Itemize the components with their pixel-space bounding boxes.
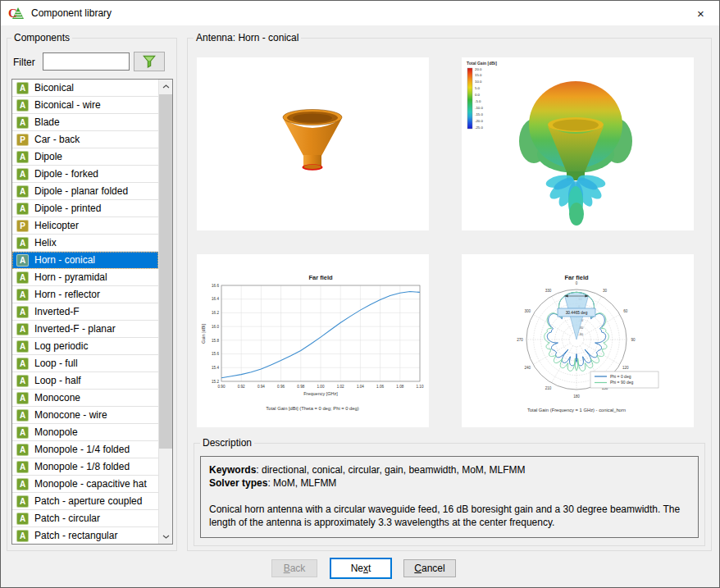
list-item-label: Log periodic — [34, 340, 88, 352]
antenna-type-icon: A — [16, 461, 29, 473]
antenna-type-icon: A — [16, 116, 29, 129]
list-item-label: Patch - aperture coupled — [34, 495, 142, 507]
list-item-label: Monopole - 1/8 folded — [34, 461, 130, 472]
list-item[interactable]: AMonocone - wire — [12, 407, 158, 424]
list-item[interactable]: AMonocone — [12, 390, 158, 407]
svg-text:-5.0: -5.0 — [475, 99, 481, 103]
list-item-label: Car - back — [34, 134, 80, 145]
antenna-type-icon: A — [16, 203, 29, 215]
svg-text:90: 90 — [631, 338, 636, 342]
list-item[interactable]: ABiconical - wire — [12, 97, 158, 114]
svg-text:16.6: 16.6 — [212, 284, 219, 288]
list-item[interactable]: AMonopole - capacitive hat — [12, 476, 158, 493]
preview-polar-pattern-chart: Far field Total Gain (Frequency = 1 GHz)… — [462, 254, 694, 427]
antenna-type-icon: A — [16, 271, 29, 284]
svg-text:Phi = 0 deg: Phi = 0 deg — [610, 374, 631, 379]
antenna-type-icon: A — [16, 185, 29, 198]
list-item[interactable]: AHorn - reflector — [12, 286, 158, 303]
line-chart-xlabel: Frequency [GHz] — [303, 391, 338, 396]
scroll-down-button[interactable] — [159, 530, 173, 544]
list-item[interactable]: APatch - aperture coupled — [12, 493, 158, 510]
list-item[interactable]: PCar - back — [12, 131, 158, 148]
list-item-label: Dipole - forked — [34, 168, 98, 180]
svg-text:30.4465 deg: 30.4465 deg — [566, 311, 588, 315]
antenna-type-icon: A — [16, 478, 29, 490]
antenna-type-icon: A — [16, 289, 29, 301]
list-item[interactable]: APatch - rectangular — [12, 527, 158, 545]
list-item[interactable]: AMonopole — [12, 424, 158, 441]
svg-text:1.00: 1.00 — [317, 385, 325, 389]
preview-gain-frequency-chart: Far field Frequency [GHz] Gain [dBi] Tot… — [197, 254, 429, 427]
svg-text:30: 30 — [603, 289, 608, 293]
list-item[interactable]: AHorn - pyramidal — [12, 269, 158, 286]
list-item[interactable]: ABiconical — [12, 80, 158, 97]
list-item[interactable]: ADipole - planar folded — [12, 183, 158, 200]
list-scrollbar[interactable] — [158, 80, 172, 544]
components-group-label: Components — [11, 32, 72, 43]
svg-text:16.2: 16.2 — [212, 311, 219, 315]
svg-text:1.04: 1.04 — [357, 385, 364, 389]
next-button[interactable]: Next — [330, 558, 392, 579]
list-item[interactable]: AHelix — [12, 235, 158, 252]
list-item-label: Biconical - wire — [34, 99, 101, 111]
list-item[interactable]: AInverted-F — [12, 303, 158, 321]
svg-text:15.2: 15.2 — [212, 380, 219, 384]
cancel-button[interactable]: Cancel — [403, 559, 456, 577]
close-button[interactable]: × — [682, 1, 719, 25]
line-chart-caption: Total Gain [dBi] (Theta = 0 deg; Phi = 0… — [266, 406, 358, 411]
description-solver-line: Solver types: MoM, MLFMM — [209, 476, 690, 490]
filter-button[interactable] — [134, 52, 165, 71]
svg-text:-15.0: -15.0 — [475, 112, 483, 116]
antenna-type-icon: A — [16, 495, 29, 508]
list-item[interactable]: ALoop - half — [12, 372, 158, 390]
filter-input[interactable] — [43, 52, 130, 71]
list-item-label: Inverted-F - planar — [34, 323, 116, 335]
list-item[interactable]: AMonopole - 1/8 folded — [12, 458, 158, 476]
list-item[interactable]: ALoop - full — [12, 355, 158, 372]
svg-text:0: 0 — [576, 281, 578, 285]
list-item[interactable]: AInverted-F - planar — [12, 321, 158, 338]
list-item[interactable]: ADipole — [12, 148, 158, 166]
list-item[interactable]: ADipole - printed — [12, 200, 158, 217]
svg-text:1.10: 1.10 — [417, 385, 424, 389]
polar-chart-title: Far field — [564, 274, 589, 281]
antenna-type-icon: A — [16, 444, 29, 456]
svg-text:1.08: 1.08 — [396, 385, 403, 389]
list-item-label: Helix — [34, 237, 57, 248]
list-item-label: Dipole - printed — [34, 203, 101, 214]
scrollbar-thumb[interactable] — [159, 94, 173, 449]
list-item[interactable]: ALog periodic — [12, 338, 158, 355]
svg-text:180: 180 — [573, 394, 580, 399]
platform-type-icon: P — [16, 134, 29, 146]
line-chart-title: Far field — [308, 274, 333, 281]
svg-text:120: 120 — [622, 366, 629, 370]
list-item[interactable]: PHelicopter — [12, 217, 158, 235]
svg-text:C: C — [8, 7, 17, 20]
scroll-up-button[interactable] — [159, 80, 173, 93]
list-item[interactable]: AHorn - conical — [12, 252, 158, 269]
list-item[interactable]: AMonopole - 1/4 folded — [12, 441, 158, 458]
svg-text:330: 330 — [545, 289, 552, 293]
list-item-label: Horn - reflector — [34, 289, 100, 300]
svg-text:1.02: 1.02 — [337, 385, 344, 389]
list-item-label: Dipole - planar folded — [34, 185, 128, 197]
svg-text:-20.0: -20.0 — [475, 119, 483, 123]
svg-text:0.92: 0.92 — [238, 385, 245, 389]
list-item[interactable]: ADipole - forked — [12, 166, 158, 183]
description-body: Conical horn antenna with a circular wav… — [209, 503, 690, 529]
antenna-type-icon: A — [16, 151, 29, 163]
list-item[interactable]: ABlade — [12, 114, 158, 131]
list-item[interactable]: APatch - circular — [12, 510, 158, 527]
antenna-type-icon: A — [16, 306, 29, 318]
component-list: ABiconicalABiconical - wireABladePCar - … — [11, 79, 173, 545]
list-item-label: Patch - rectangular — [34, 530, 117, 541]
antenna-type-icon: A — [16, 530, 29, 542]
back-button[interactable]: Back — [271, 559, 317, 577]
svg-text:-10.0: -10.0 — [475, 106, 483, 110]
antenna-type-icon: A — [16, 168, 29, 180]
list-item-label: Monocone - wire — [34, 409, 107, 421]
list-item-label: Blade — [34, 116, 60, 128]
platform-type-icon: P — [16, 220, 29, 232]
antenna-type-icon: A — [16, 99, 29, 112]
antenna-type-icon: A — [16, 340, 29, 353]
